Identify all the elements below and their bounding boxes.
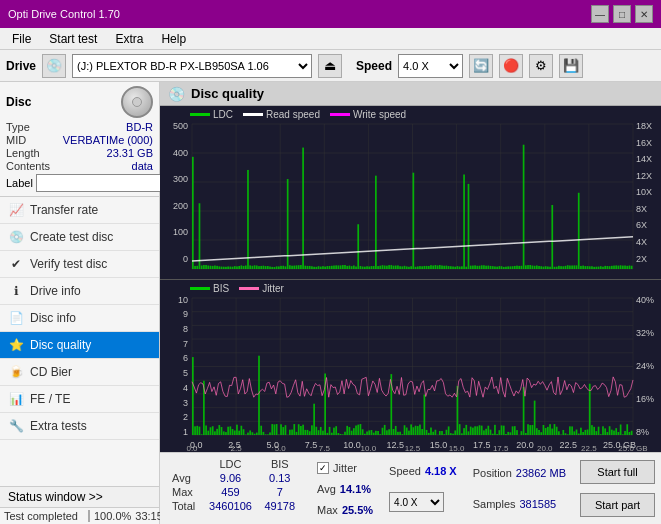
svg-rect-379 [496,434,498,435]
svg-rect-438 [626,424,628,435]
speed-select[interactable]: 4.0 X 1.0 X 2.0 X 6.0 X 8.0 X [398,54,463,78]
svg-rect-297 [315,426,317,434]
bis-chart: BIS Jitter 0.02.55.07.510.012.515.017.52… [160,280,661,453]
jitter-avg-val: 14.1% [340,483,371,495]
jitter-section: ✓ Jitter Avg 14.1% Max 25.5% [309,453,381,524]
svg-rect-211 [618,266,620,269]
svg-rect-270 [256,432,258,434]
svg-rect-266 [247,432,249,434]
minimize-button[interactable]: — [591,5,609,23]
svg-rect-33 [225,267,227,269]
svg-rect-242 [194,426,196,435]
refresh-button[interactable]: 🔄 [469,54,493,78]
svg-rect-401 [545,428,547,435]
contents-val: data [132,160,153,172]
bis-color [190,287,210,290]
svg-rect-288 [296,431,298,434]
jitter-checkbox[interactable]: ✓ [317,462,329,474]
svg-rect-258 [229,426,231,435]
svg-rect-285 [289,429,291,434]
svg-rect-200 [593,267,595,269]
svg-rect-427 [602,426,604,435]
svg-rect-309 [342,434,344,435]
svg-rect-354 [441,430,443,434]
svg-rect-46 [254,265,256,269]
menu-help[interactable]: Help [153,30,194,48]
save-button[interactable]: 💾 [559,54,583,78]
nav-drive-info[interactable]: ℹ Drive info [0,278,159,305]
svg-rect-217 [631,266,633,269]
svg-rect-82 [333,266,335,269]
svg-rect-166 [518,266,520,269]
svg-rect-380 [498,430,500,435]
svg-rect-156 [496,267,498,269]
svg-rect-256 [225,432,227,435]
drive-info-icon: ℹ [8,283,24,299]
nav-disc-quality[interactable]: ⭐ Disc quality [0,332,159,359]
svg-rect-187 [565,266,567,269]
svg-rect-325 [377,431,379,435]
svg-rect-50 [263,266,265,269]
speed-select-stats[interactable]: 4.0 X 1.0 X 2.0 X [389,492,444,512]
nav-transfer-rate[interactable]: 📈 Transfer rate [0,197,159,224]
svg-rect-193 [578,193,580,269]
svg-rect-174 [536,265,538,269]
svg-rect-377 [492,433,494,434]
svg-rect-91 [353,266,355,269]
svg-rect-302 [327,432,329,434]
svg-rect-52 [267,266,269,269]
start-part-button[interactable]: Start part [580,493,655,517]
svg-rect-49 [260,266,262,269]
nav-cd-bier-label: CD Bier [30,365,72,379]
start-full-button[interactable]: Start full [580,460,655,484]
svg-rect-286 [291,429,293,434]
svg-rect-252 [216,428,218,434]
nav-disc-info[interactable]: 📄 Disc info [0,305,159,332]
extra-tests-icon: 🔧 [8,418,24,434]
svg-rect-179 [547,266,549,269]
svg-rect-63 [291,266,293,269]
label-input[interactable] [36,174,169,192]
svg-rect-57 [278,266,280,269]
ldc-max: 459 [202,485,258,499]
close-button[interactable]: ✕ [635,5,653,23]
nav-disc-quality-label: Disc quality [30,338,91,352]
svg-rect-38 [236,266,238,269]
svg-rect-294 [309,431,311,435]
svg-rect-147 [476,266,478,269]
svg-rect-176 [540,266,542,269]
nav-create-test-disc[interactable]: 💿 Create test disc [0,224,159,251]
svg-rect-349 [430,427,432,434]
settings-button[interactable]: ⚙ [529,54,553,78]
menu-file[interactable]: File [4,30,39,48]
svg-rect-338 [406,427,408,434]
svg-rect-134 [448,266,450,269]
svg-rect-366 [468,431,470,435]
svg-rect-152 [487,266,489,269]
position-key: Position [473,467,512,479]
nav-extra-tests[interactable]: 🔧 Extra tests [0,413,159,440]
menu-start-test[interactable]: Start test [41,30,105,48]
nav-verify-test-disc[interactable]: ✔ Verify test disc [0,251,159,278]
svg-rect-282 [282,427,284,435]
svg-rect-414 [573,431,575,435]
maximize-button[interactable]: □ [613,5,631,23]
drive-select[interactable]: (J:) PLEXTOR BD-R PX-LB950SA 1.06 [72,54,312,78]
eject-button[interactable]: ⏏ [318,54,342,78]
svg-rect-21 [199,203,201,269]
svg-rect-80 [329,266,331,269]
svg-rect-24 [205,265,207,269]
svg-rect-413 [571,426,573,435]
svg-rect-298 [318,430,320,435]
burn-button[interactable]: 🔴 [499,54,523,78]
svg-rect-291 [302,424,304,434]
jitter-label: Jitter [333,462,357,474]
svg-rect-251 [214,431,216,435]
content-area: 💿 Disc quality LDC Read speed [160,82,661,524]
nav-cd-bier[interactable]: 🍺 CD Bier [0,359,159,386]
status-window-button[interactable]: Status window >> [0,487,159,508]
menu-extra[interactable]: Extra [107,30,151,48]
nav-fe-te[interactable]: 📊 FE / TE [0,386,159,413]
menu-bar: File Start test Extra Help [0,28,661,50]
svg-rect-51 [265,266,267,269]
